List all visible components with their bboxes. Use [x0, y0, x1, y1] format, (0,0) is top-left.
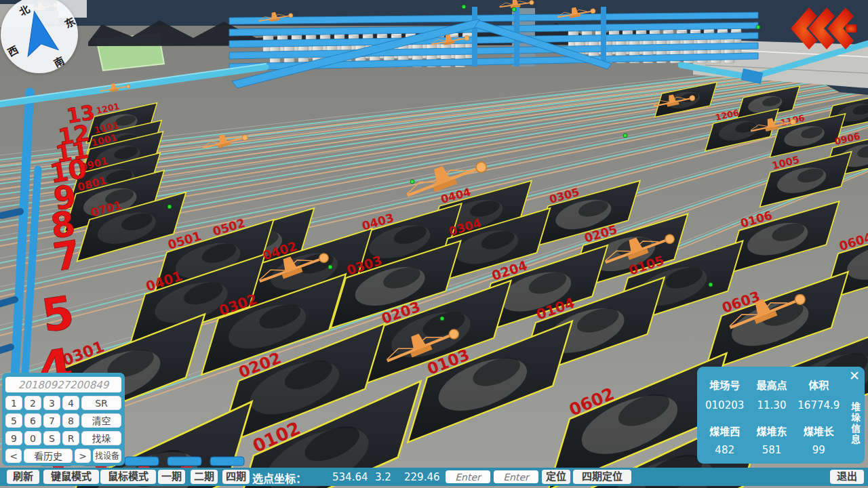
phase2-button[interactable]: 二期 — [191, 470, 218, 484]
phase1-button[interactable]: 一期 — [158, 470, 185, 484]
pile-east-header: 煤堆东 — [748, 424, 795, 438]
keypad-button-找垛[interactable]: 找垛 — [81, 431, 121, 445]
status-dot — [440, 317, 444, 321]
keypad-button-5[interactable]: 5 — [5, 413, 22, 428]
volume-value: 16774.9 — [795, 399, 842, 411]
phase4-button[interactable]: 四期 — [222, 470, 250, 484]
keypad-button-<[interactable]: < — [5, 449, 22, 463]
keypad-button-6[interactable]: 6 — [24, 413, 41, 428]
exit-button[interactable]: 退出 — [830, 470, 864, 484]
status-dot — [462, 5, 466, 9]
pile-length-header: 煤堆长 — [795, 424, 842, 438]
keypad-button-9[interactable]: 9 — [5, 431, 22, 445]
pile-info-panel: ✕ 堆垛信息 堆场号 最高点 体积 010203 11.30 16774.9 煤… — [697, 367, 865, 464]
keypad-button-看历史[interactable]: 看历史 — [24, 449, 73, 463]
pile-length-value: 99 — [795, 444, 842, 456]
status-dot — [410, 180, 414, 184]
keypad-button-8[interactable]: 8 — [62, 413, 79, 428]
history-id-input[interactable] — [5, 377, 121, 392]
yard-no-value: 010203 — [701, 399, 748, 411]
max-point-value: 11.30 — [748, 399, 795, 411]
pile-info-side-label: 堆垛信息 — [848, 402, 862, 445]
keypad-button-4[interactable]: 4 — [62, 396, 79, 410]
max-point-header: 最高点 — [748, 378, 795, 392]
status-dot — [709, 283, 713, 287]
keypad-button-2[interactable]: 2 — [24, 396, 41, 410]
status-dot — [167, 205, 172, 209]
coord-input-2[interactable] — [494, 470, 538, 483]
keypad-button-R[interactable]: R — [62, 431, 79, 445]
pile-west-header: 煤堆西 — [701, 424, 748, 438]
keypad-buttons: 1234SR5678清空90SR找垛<看历史>找设备 — [5, 396, 121, 463]
status-dot — [623, 134, 627, 138]
pile-west-value: 482 — [701, 444, 748, 456]
keypad-button-0[interactable]: 0 — [24, 431, 41, 445]
coord-x-value: 534.64 — [332, 471, 368, 483]
yard-no-header: 堆场号 — [701, 378, 748, 392]
keypad-button-清空[interactable]: 清空 — [81, 413, 121, 428]
status-dot — [512, 7, 516, 12]
close-icon[interactable]: ✕ — [849, 369, 860, 382]
keymouse-mode-button[interactable]: 键鼠模式 — [43, 470, 99, 484]
status-dot — [756, 25, 760, 29]
keypad-button-找设备[interactable]: 找设备 — [93, 449, 121, 463]
bottom-toolbar: 刷新 键鼠模式 鼠标模式 一期 二期 四期 选点坐标： 534.64 3.2 2… — [0, 468, 868, 486]
mouse-mode-button[interactable]: 鼠标模式 — [100, 470, 156, 484]
keypad-button-7[interactable]: 7 — [43, 413, 60, 428]
coord-y-value: 3.2 — [375, 471, 391, 483]
coord-label: 选点坐标： — [252, 470, 307, 486]
compass[interactable]: 北 东 西 南 — [1, 0, 78, 73]
app-window: 1201110110010901080107010501050204010402… — [0, 0, 868, 488]
company-logo-icon — [789, 5, 856, 53]
keypad-button-S[interactable]: S — [43, 431, 60, 445]
volume-header: 体积 — [795, 378, 842, 392]
phase4-locate-button[interactable]: 四期定位 — [573, 470, 631, 484]
keypad-button-1[interactable]: 1 — [5, 396, 22, 410]
keypad-button-3[interactable]: 3 — [43, 396, 60, 410]
refresh-button[interactable]: 刷新 — [7, 470, 39, 484]
keypad-button-SR[interactable]: SR — [81, 396, 121, 410]
compass-arrow-icon — [1, 0, 78, 73]
keypad-button->[interactable]: > — [75, 449, 91, 463]
keypad-panel: 1234SR5678清空90SR找垛<看历史>找设备 — [2, 373, 125, 466]
coord-input-1[interactable] — [446, 470, 490, 483]
status-dot — [328, 265, 332, 269]
locate-button[interactable]: 定位 — [542, 470, 570, 484]
coord-z-value: 229.46 — [404, 471, 440, 483]
pile-east-value: 581 — [748, 444, 795, 456]
